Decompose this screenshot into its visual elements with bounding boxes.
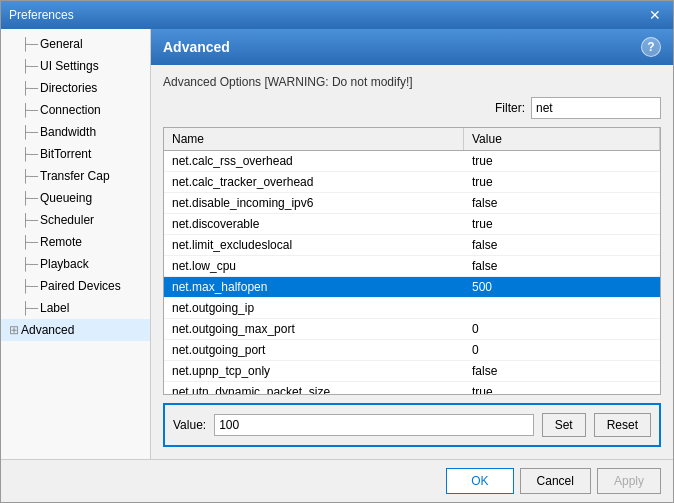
tree-prefix-icon: ├─ — [21, 279, 38, 293]
table-row[interactable]: net.discoverabletrue — [164, 214, 660, 235]
table-row[interactable]: net.utn_dynamic_packet_sizetrue — [164, 382, 660, 394]
cell-name: net.discoverable — [164, 214, 464, 234]
sidebar-item-ui-settings[interactable]: ├─ UI Settings — [1, 55, 150, 77]
sidebar-item-label: Transfer Cap — [40, 169, 110, 183]
cell-name: net.calc_tracker_overhead — [164, 172, 464, 192]
cell-name: net.utn_dynamic_packet_size — [164, 382, 464, 394]
cell-value: 0 — [464, 319, 660, 339]
value-input[interactable] — [214, 414, 533, 436]
cell-name: net.low_cpu — [164, 256, 464, 276]
reset-button[interactable]: Reset — [594, 413, 651, 437]
col-header-value: Value — [464, 128, 660, 150]
settings-table: Name Value net.calc_rss_overheadtruenet.… — [163, 127, 661, 395]
tree-prefix-icon: ├─ — [21, 37, 38, 51]
tree-prefix-icon: ├─ — [21, 81, 38, 95]
sidebar-item-directories[interactable]: ├─ Directories — [1, 77, 150, 99]
sidebar-item-remote[interactable]: ├─ Remote — [1, 231, 150, 253]
sidebar-item-label: Directories — [40, 81, 97, 95]
table-row[interactable]: net.max_halfopen500 — [164, 277, 660, 298]
cell-name: net.outgoing_max_port — [164, 319, 464, 339]
filter-label: Filter: — [495, 101, 525, 115]
sidebar-item-label: Connection — [40, 103, 101, 117]
sidebar-item-bandwidth[interactable]: ├─ Bandwidth — [1, 121, 150, 143]
cell-value: true — [464, 382, 660, 394]
tree-prefix-icon: ├─ — [21, 257, 38, 271]
cell-value: false — [464, 235, 660, 255]
cell-value — [464, 298, 660, 318]
sidebar-item-paired-devices[interactable]: ├─ Paired Devices — [1, 275, 150, 297]
cell-name: net.upnp_tcp_only — [164, 361, 464, 381]
sidebar-item-transfer-cap[interactable]: ├─ Transfer Cap — [1, 165, 150, 187]
table-row[interactable]: net.upnp_tcp_onlyfalse — [164, 361, 660, 382]
main-panel: Advanced ? Advanced Options [WARNING: Do… — [151, 29, 673, 459]
sidebar-item-label: UI Settings — [40, 59, 99, 73]
tree-prefix-icon: ├─ — [21, 235, 38, 249]
sidebar-item-label: Queueing — [40, 191, 92, 205]
table-row[interactable]: net.outgoing_port0 — [164, 340, 660, 361]
cell-name: net.disable_incoming_ipv6 — [164, 193, 464, 213]
cell-value: false — [464, 193, 660, 213]
warning-text: Advanced Options [WARNING: Do not modify… — [163, 75, 661, 89]
panel-header: Advanced ? — [151, 29, 673, 65]
cell-name: net.outgoing_ip — [164, 298, 464, 318]
close-button[interactable]: ✕ — [645, 7, 665, 23]
tree-prefix-icon: ├─ — [21, 213, 38, 227]
sidebar-item-connection[interactable]: ├─ Connection — [1, 99, 150, 121]
filter-row: Filter: — [163, 97, 661, 119]
preferences-window: Preferences ✕ ├─ General├─ UI Settings├─… — [0, 0, 674, 503]
table-row[interactable]: net.outgoing_max_port0 — [164, 319, 660, 340]
cell-name: net.outgoing_port — [164, 340, 464, 360]
tree-prefix-icon: ├─ — [21, 169, 38, 183]
tree-prefix-icon: ├─ — [21, 59, 38, 73]
table-row[interactable]: net.disable_incoming_ipv6false — [164, 193, 660, 214]
table-row[interactable]: net.low_cpufalse — [164, 256, 660, 277]
table-row[interactable]: net.outgoing_ip — [164, 298, 660, 319]
cell-value: true — [464, 214, 660, 234]
sidebar-item-label: Playback — [40, 257, 89, 271]
sidebar-item-label: Scheduler — [40, 213, 94, 227]
cancel-button[interactable]: Cancel — [520, 468, 591, 494]
sidebar-item-scheduler[interactable]: ├─ Scheduler — [1, 209, 150, 231]
cell-value: false — [464, 256, 660, 276]
sidebar-item-label: BitTorrent — [40, 147, 91, 161]
sidebar-item-label: Advanced — [21, 323, 74, 337]
window-title: Preferences — [9, 8, 74, 22]
cell-value: false — [464, 361, 660, 381]
apply-button[interactable]: Apply — [597, 468, 661, 494]
cell-name: net.calc_rss_overhead — [164, 151, 464, 171]
tree-prefix-icon: ├─ — [21, 191, 38, 205]
table-header: Name Value — [164, 128, 660, 151]
sidebar-item-queueing[interactable]: ├─ Queueing — [1, 187, 150, 209]
value-editor-label: Value: — [173, 418, 206, 432]
title-bar: Preferences ✕ — [1, 1, 673, 29]
sidebar-item-label[interactable]: ├─ Label — [1, 297, 150, 319]
cell-value: true — [464, 151, 660, 171]
ok-button[interactable]: OK — [446, 468, 513, 494]
cell-value: 0 — [464, 340, 660, 360]
sidebar-item-label: Label — [40, 301, 69, 315]
sidebar-item-bittorrent[interactable]: ├─ BitTorrent — [1, 143, 150, 165]
filter-input[interactable] — [531, 97, 661, 119]
tree-prefix-icon: ├─ — [21, 125, 38, 139]
col-header-name: Name — [164, 128, 464, 150]
sidebar-item-advanced[interactable]: ⊞ Advanced — [1, 319, 150, 341]
table-row[interactable]: net.calc_tracker_overheadtrue — [164, 172, 660, 193]
value-editor: Value: Set Reset — [163, 403, 661, 447]
table-row[interactable]: net.limit_excludeslocalfalse — [164, 235, 660, 256]
sidebar-item-playback[interactable]: ├─ Playback — [1, 253, 150, 275]
tree-prefix-icon: ├─ — [21, 301, 38, 315]
sidebar-item-general[interactable]: ├─ General — [1, 33, 150, 55]
set-button[interactable]: Set — [542, 413, 586, 437]
table-body: net.calc_rss_overheadtruenet.calc_tracke… — [164, 151, 660, 394]
cell-value: 500 — [464, 277, 660, 297]
tree-prefix-icon: ├─ — [21, 147, 38, 161]
tree-prefix-icon: ├─ — [21, 103, 38, 117]
cell-name: net.max_halfopen — [164, 277, 464, 297]
help-button[interactable]: ? — [641, 37, 661, 57]
table-row[interactable]: net.calc_rss_overheadtrue — [164, 151, 660, 172]
sidebar-item-label: Remote — [40, 235, 82, 249]
cell-value: true — [464, 172, 660, 192]
cell-name: net.limit_excludeslocal — [164, 235, 464, 255]
bottom-bar: OK Cancel Apply — [1, 459, 673, 502]
sidebar-item-label: Bandwidth — [40, 125, 96, 139]
